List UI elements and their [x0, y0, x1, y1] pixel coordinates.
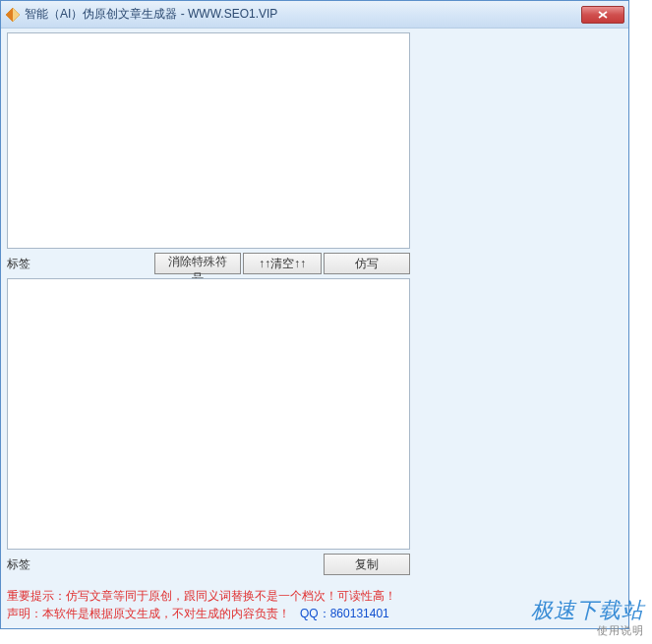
window-body: 标签 消除特殊符号 ↑↑清空↑↑ 仿写 标签 复制 重要提示：仿写文章等同于原创…: [1, 29, 628, 628]
left-panel: 标签 消除特殊符号 ↑↑清空↑↑ 仿写 标签 复制 重要提示：仿写文章等同于原创…: [7, 32, 410, 624]
remove-special-button[interactable]: 消除特殊符号: [154, 253, 241, 274]
watermark: 极速下载站 使用说明: [531, 596, 644, 638]
notice-prefix-1: 重要提示：: [7, 589, 66, 603]
notice-line2: 声明：本软件是根据原文生成，不对生成的内容负责！ QQ：860131401: [7, 605, 410, 622]
notice-line1: 重要提示：仿写文章等同于原创，跟同义词替换不是一个档次！可读性高！: [7, 587, 410, 605]
watermark-sub: 使用说明: [531, 623, 644, 638]
notice-prefix-2: 声明：: [7, 607, 42, 620]
titlebar: 智能（AI）伪原创文章生成器 - WWW.SEO1.VIP: [1, 1, 628, 29]
input-textarea-wrapper: [7, 32, 410, 249]
window-title: 智能（AI）伪原创文章生成器 - WWW.SEO1.VIP: [25, 6, 581, 23]
notice-text-1: 仿写文章等同于原创，跟同义词替换不是一个档次！可读性高！: [66, 589, 396, 603]
app-window: 智能（AI）伪原创文章生成器 - WWW.SEO1.VIP 标签 消除特殊符号 …: [0, 0, 629, 629]
qq-value: 860131401: [330, 607, 389, 620]
watermark-main: 极速下载站: [531, 598, 644, 622]
copy-button[interactable]: 复制: [324, 554, 410, 575]
svg-marker-2: [6, 8, 13, 22]
output-textarea-wrapper: [7, 278, 410, 550]
input-toolbar: 标签 消除特殊符号 ↑↑清空↑↑ 仿写: [7, 253, 410, 274]
notice-text-2: 本软件是根据原文生成，不对生成的内容负责！: [42, 607, 290, 620]
qq-label: QQ：: [300, 607, 330, 620]
output-toolbar: 标签 复制: [7, 554, 410, 575]
clear-button[interactable]: ↑↑清空↑↑: [243, 253, 322, 274]
close-button[interactable]: [581, 6, 624, 24]
svg-marker-1: [13, 8, 20, 22]
input-textarea[interactable]: [8, 33, 409, 248]
input-label: 标签: [7, 256, 34, 272]
app-icon: [5, 7, 21, 23]
rewrite-button[interactable]: 仿写: [324, 253, 410, 274]
output-label: 标签: [7, 556, 34, 573]
output-textarea[interactable]: [8, 279, 409, 549]
notice: 重要提示：仿写文章等同于原创，跟同义词替换不是一个档次！可读性高！ 声明：本软件…: [7, 585, 410, 624]
